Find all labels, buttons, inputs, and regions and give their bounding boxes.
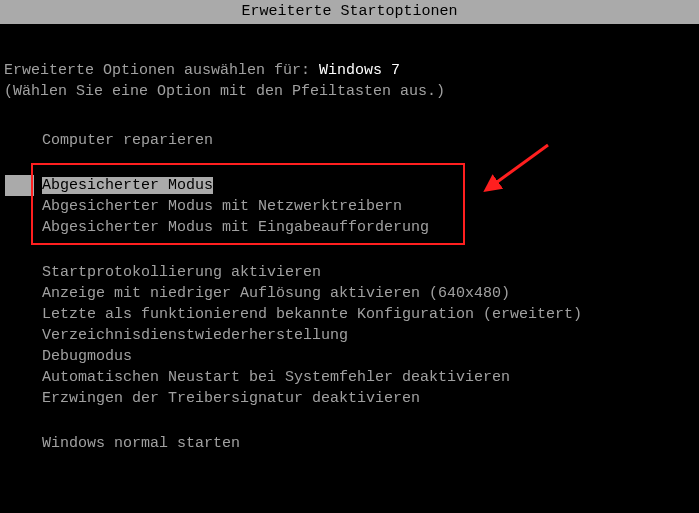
page-title: Erweiterte Startoptionen [241,3,457,20]
menu-item-debug[interactable]: Debugmodus [0,346,699,367]
menu-item-boot-logging[interactable]: Startprotokollierung aktivieren [0,262,699,283]
menu-item-label: Startprotokollierung aktivieren [42,264,321,281]
menu-item-label: Anzeige mit niedriger Auflösung aktivier… [42,285,510,302]
hint-line: (Wählen Sie eine Option mit den Pfeiltas… [0,79,699,100]
menu-item-disable-driver-sig[interactable]: Erzwingen der Treibersignatur deaktivier… [0,388,699,409]
menu-item-label: Letzte als funktionierend bekannte Konfi… [42,306,582,323]
menu-group-normal: Windows normal starten [0,433,699,454]
menu-item-label: Debugmodus [42,348,132,365]
menu-item-low-res[interactable]: Anzeige mit niedriger Auflösung aktivier… [0,283,699,304]
prompt-prefix: Erweiterte Optionen auswählen für: [4,62,319,79]
menu-item-label: Abgesicherter Modus mit Netzwerktreibern [42,198,402,215]
menu-group-safemode: Abgesicherter Modus Abgesicherter Modus … [0,175,699,238]
menu-item-start-normally[interactable]: Windows normal starten [0,433,699,454]
menu-item-label: Abgesicherter Modus [42,177,213,194]
title-bar: Erweiterte Startoptionen [0,0,699,24]
menu-item-label: Erzwingen der Treibersignatur deaktivier… [42,390,420,407]
menu-item-label: Windows normal starten [42,435,240,452]
boot-menu-content: Erweiterte Optionen auswählen für: Windo… [0,24,699,454]
menu-group-advanced: Startprotokollierung aktivieren Anzeige … [0,262,699,409]
menu-item-ds-restore[interactable]: Verzeichnisdienstwiederherstellung [0,325,699,346]
menu-item-repair[interactable]: Computer reparieren [0,130,699,151]
menu-item-label: Computer reparieren [42,132,213,149]
menu-group-repair: Computer reparieren [0,130,699,151]
menu-item-disable-auto-restart[interactable]: Automatischen Neustart bei Systemfehler … [0,367,699,388]
os-name: Windows 7 [319,62,400,79]
menu-item-label: Verzeichnisdienstwiederherstellung [42,327,348,344]
menu-item-label: Automatischen Neustart bei Systemfehler … [42,369,510,386]
menu-item-label: Abgesicherter Modus mit Eingabeaufforder… [42,219,429,236]
menu-item-safe-mode-cmd[interactable]: Abgesicherter Modus mit Eingabeaufforder… [0,217,699,238]
menu-item-last-known-good[interactable]: Letzte als funktionierend bekannte Konfi… [0,304,699,325]
prompt-line: Erweiterte Optionen auswählen für: Windo… [0,24,699,79]
menu-item-safe-mode-networking[interactable]: Abgesicherter Modus mit Netzwerktreibern [0,196,699,217]
menu-item-safe-mode[interactable]: Abgesicherter Modus [0,175,699,196]
